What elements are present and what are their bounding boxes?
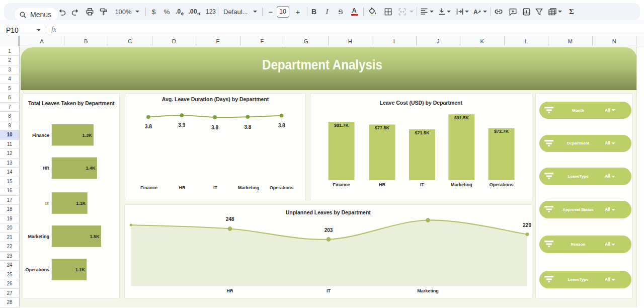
svg-text:Marketing: Marketing <box>28 234 49 239</box>
svg-text:Leave Cost (USD) by Department: Leave Cost (USD) by Department <box>379 100 462 106</box>
svg-text:IT: IT <box>45 201 50 206</box>
svg-text:1.5K: 1.5K <box>90 234 100 239</box>
svg-text:A: A <box>473 9 478 16</box>
svg-text:HR: HR <box>227 288 233 293</box>
svg-text:$77.8K: $77.8K <box>375 125 390 130</box>
svg-text:3.8: 3.8 <box>278 123 285 128</box>
svg-text:248: 248 <box>226 216 234 222</box>
svg-text:IT: IT <box>420 182 425 187</box>
svg-text:HR: HR <box>179 185 185 190</box>
svg-text:203: 203 <box>325 227 333 233</box>
svg-text:$81.7K: $81.7K <box>334 122 349 127</box>
svg-text:Operations: Operations <box>490 182 514 187</box>
svg-text:$71.5K: $71.5K <box>415 130 430 135</box>
svg-text:3.8: 3.8 <box>211 124 218 130</box>
svg-text:Operations: Operations <box>25 267 49 272</box>
svg-text:1.4K: 1.4K <box>86 166 96 171</box>
svg-text:Marketing: Marketing <box>451 182 472 187</box>
svg-text:IT: IT <box>213 185 218 190</box>
svg-text:3.8: 3.8 <box>144 124 151 129</box>
svg-text:Finance: Finance <box>32 132 49 137</box>
svg-text:$72.7K: $72.7K <box>494 129 509 134</box>
svg-text:3.9: 3.9 <box>178 122 185 128</box>
svg-text:Finance: Finance <box>333 182 350 187</box>
svg-text:Marketing: Marketing <box>417 288 439 293</box>
svg-text:220: 220 <box>523 222 531 228</box>
svg-text:HR: HR <box>379 182 385 187</box>
svg-text:$91.5K: $91.5K <box>454 115 469 120</box>
svg-text:Operations: Operations <box>269 185 293 190</box>
svg-text:Unplanned Leaves by Department: Unplanned Leaves by Department <box>286 209 371 215</box>
svg-text:1.3K: 1.3K <box>82 132 92 137</box>
svg-text:Finance: Finance <box>140 185 157 190</box>
svg-text:Marketing: Marketing <box>237 185 259 190</box>
svg-text:3.8: 3.8 <box>244 124 251 130</box>
svg-text:Avg. Leave Duration (Days) by: Avg. Leave Duration (Days) by Department <box>162 96 269 102</box>
svg-text:Total Leaves Taken by Departme: Total Leaves Taken by Department <box>28 100 114 106</box>
svg-text:1.1K: 1.1K <box>75 267 85 272</box>
svg-text:IT: IT <box>327 288 331 293</box>
svg-text:HR: HR <box>43 166 49 171</box>
svg-text:1.1K: 1.1K <box>76 201 86 206</box>
